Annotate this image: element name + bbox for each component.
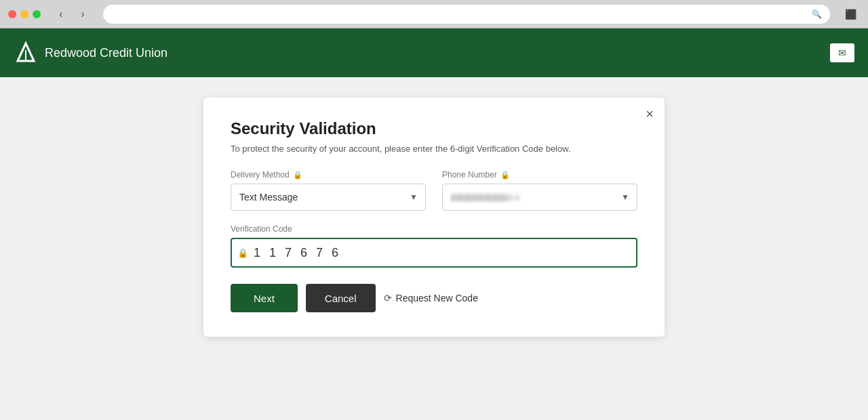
next-button[interactable]: Next (231, 284, 298, 312)
delivery-method-group: Delivery Method 🔒 Text Message ▼ (231, 170, 426, 211)
phone-number-group: Phone Number 🔒 ●●●●●●●●●● ●●●●●●●●●● ▼ (442, 170, 637, 211)
minimize-traffic-light[interactable] (20, 10, 28, 18)
request-new-code-label: Request New Code (396, 293, 478, 303)
brand-logo-icon (14, 41, 38, 65)
verification-code-input[interactable] (231, 238, 637, 268)
navbar: Redwood Credit Union ✉ (0, 28, 868, 77)
back-button[interactable]: ‹ (52, 5, 71, 24)
verification-lock-icon: 🔒 (237, 248, 248, 258)
maximize-traffic-light[interactable] (33, 10, 41, 18)
verification-input-wrapper: 🔒 (231, 238, 637, 268)
forward-button[interactable]: › (73, 5, 92, 24)
browser-chrome: ‹ › 🔍 ⬛ (0, 0, 868, 28)
share-button[interactable]: ⬛ (841, 5, 860, 24)
nav-buttons: ‹ › (52, 5, 92, 24)
phone-lock-icon: 🔒 (500, 171, 510, 180)
delivery-lock-icon: 🔒 (293, 171, 302, 180)
verification-code-group: Verification Code 🔒 (231, 224, 637, 268)
browser-actions: ⬛ (841, 5, 860, 24)
phone-number-select[interactable]: ●●●●●●●●●● (442, 184, 637, 211)
phone-number-label: Phone Number 🔒 (442, 170, 637, 180)
verification-code-label: Verification Code (231, 224, 637, 234)
card-title: Security Validation (231, 119, 637, 138)
card-subtitle: To protect the security of your account,… (231, 144, 637, 154)
page-body: × Security Validation To protect the sec… (0, 77, 868, 420)
form-row-delivery: Delivery Method 🔒 Text Message ▼ Phone N… (231, 170, 637, 211)
main-content: Redwood Credit Union ✉ × Security Valida… (0, 28, 868, 420)
search-icon: 🔍 (812, 9, 822, 19)
request-new-code-button[interactable]: ⟳ Request New Code (384, 293, 478, 303)
nav-right: ✉ (830, 43, 854, 62)
address-bar[interactable]: 🔍 (103, 5, 830, 24)
delivery-method-select[interactable]: Text Message (231, 184, 426, 211)
security-validation-card: × Security Validation To protect the sec… (203, 98, 665, 337)
delivery-method-select-wrapper[interactable]: Text Message ▼ (231, 184, 426, 211)
traffic-lights (8, 10, 41, 18)
close-button[interactable]: × (646, 107, 654, 121)
button-row: Next Cancel ⟳ Request New Code (231, 284, 637, 312)
phone-number-select-wrapper[interactable]: ●●●●●●●●●● ●●●●●●●●●● ▼ (442, 184, 637, 211)
delivery-method-label: Delivery Method 🔒 (231, 170, 426, 180)
message-icon[interactable]: ✉ (830, 43, 854, 62)
close-traffic-light[interactable] (8, 10, 16, 18)
brand-name: Redwood Credit Union (45, 46, 167, 60)
cancel-button[interactable]: Cancel (306, 284, 376, 312)
brand: Redwood Credit Union (14, 41, 167, 65)
refresh-icon: ⟳ (384, 293, 392, 303)
